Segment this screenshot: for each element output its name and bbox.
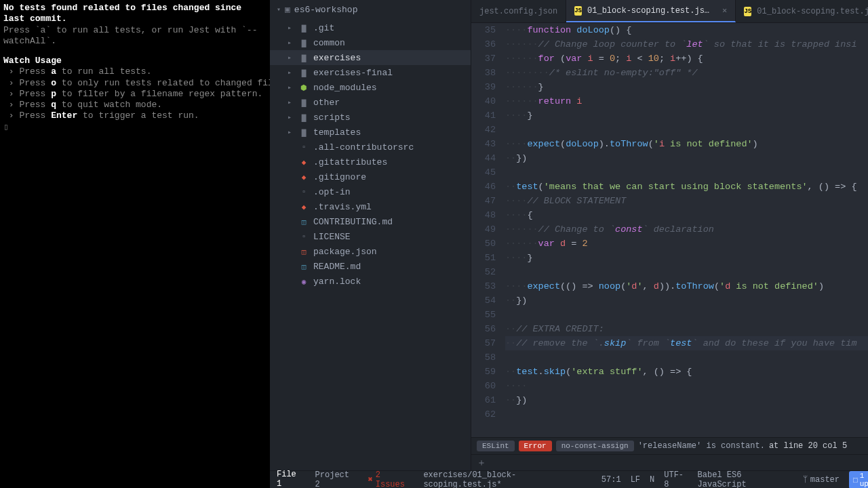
folder-icon: ▇ (298, 22, 309, 33)
editor-tab[interactable]: JS01_block-scoping.test.js — exercises (736, 0, 868, 22)
chevron-right-icon: ▸ (288, 39, 294, 47)
close-icon[interactable]: ✕ (722, 5, 727, 16)
bottom-tab-row[interactable]: ＋ ✕ (471, 454, 868, 470)
code-line[interactable]: ····expect(doLoop).toThrow('i is not def… (505, 137, 868, 151)
tree-file[interactable]: ◉yarn.lock (270, 274, 471, 289)
status-updates[interactable]: ⬚ 1 update (849, 471, 868, 489)
terminal-pane[interactable]: No tests found related to files changed … (0, 0, 270, 488)
tree-item-label: .git (313, 23, 334, 33)
code-line[interactable] (505, 407, 868, 422)
watch-usage-line: › Press q to quit watch mode. (3, 100, 267, 110)
editor-tab[interactable]: jest.config.json (471, 0, 566, 22)
tree-file[interactable]: ▫.all-contributorsrc (270, 140, 471, 155)
code-line[interactable]: ······return i (505, 94, 868, 108)
tree-file[interactable]: ◆.gitattributes (270, 155, 471, 169)
tree-file[interactable]: ◫README.md (270, 259, 471, 274)
status-encoding[interactable]: UTF-8 (664, 470, 688, 489)
code-line[interactable]: ····// BLOCK STATEMENT (505, 194, 868, 208)
yml-icon: ◆ (298, 201, 309, 212)
node-modules-icon: ⬢ (298, 82, 309, 93)
status-project-tab[interactable]: Project 2 (315, 470, 359, 489)
terminal-cursor: ▯ (3, 122, 267, 133)
code-line[interactable]: ····expect(() => noop('d', d)).toThrow('… (505, 279, 868, 293)
status-bar[interactable]: File 1 Project 2 ✖ 2 Issues exercises/01… (270, 470, 868, 488)
code-line[interactable]: ··// remove the `.skip` from `test` and … (505, 336, 868, 350)
status-file-path[interactable]: exercises/01_block-scoping.test.js* (423, 470, 591, 489)
file-icon: ▫ (298, 142, 309, 152)
lint-rule-badge[interactable]: no-const-assign (556, 441, 634, 451)
tree-file[interactable]: ◆.gitignore (270, 169, 471, 184)
line-gutter: 3536373839404142434445464748495051525354… (471, 23, 505, 437)
code-line[interactable]: ··test('means that we can start using bl… (505, 180, 868, 194)
code-line[interactable] (505, 350, 868, 365)
status-grammar[interactable]: Babel ES6 JavaScript (698, 470, 793, 489)
tree-file[interactable]: ▫.opt-in (270, 184, 471, 199)
git-branch-icon: ᛘ (803, 475, 808, 485)
tab-label: 01_block-scoping.test.js — exercises (757, 7, 868, 16)
folder-icon: ▇ (298, 67, 309, 78)
status-file-tab[interactable]: File 1 (277, 470, 306, 489)
code-line[interactable]: ······for (var i = 0; i < 10; i++) { (505, 52, 868, 66)
status-branch[interactable]: ᛘ master (803, 475, 840, 485)
code-line[interactable]: ······// Change to `const` declaration (505, 222, 868, 237)
code-editor[interactable]: 3536373839404142434445464748495051525354… (471, 23, 868, 437)
add-tab-icon[interactable]: ＋ (477, 457, 486, 469)
lint-location: at line 20 col 5 (769, 441, 847, 451)
lint-bar[interactable]: ESLint Error no-const-assign 'releaseNam… (471, 437, 868, 454)
code-line[interactable]: ········/* eslint no-empty:"off" */ (505, 66, 868, 80)
code-line[interactable]: ··// EXTRA CREDIT: (505, 322, 868, 336)
code-line[interactable]: ······} (505, 80, 868, 94)
tree-folder[interactable]: ▸▇common (270, 35, 471, 50)
code-line[interactable]: ··}) (505, 151, 868, 165)
code-line[interactable]: ··}) (505, 293, 868, 308)
file-tree[interactable]: ▸▇.git▸▇common▸▇exercises▸▇exercises-fin… (270, 19, 471, 470)
tree-folder[interactable]: ▸▇scripts (270, 110, 471, 125)
file-tree-sidebar[interactable]: ▾ ▣ es6-workshop ▸▇.git▸▇common▸▇exercis… (270, 0, 471, 470)
code-line[interactable] (505, 308, 868, 322)
code-line[interactable]: ····} (505, 108, 868, 123)
watch-usage-title: Watch Usage (3, 56, 267, 66)
status-cursor-pos[interactable]: 57:1 (601, 475, 621, 485)
code-line[interactable]: ····function doLoop() { (505, 23, 868, 37)
folder-icon: ▇ (298, 97, 309, 108)
editor-tab[interactable]: JS01_block-scoping.test.js — exercis✕ (566, 0, 736, 22)
chevron-right-icon: ▸ (288, 83, 294, 92)
tree-file[interactable]: ▫LICENSE (270, 229, 471, 244)
tree-folder[interactable]: ▸▇.git (270, 20, 471, 35)
tree-item-label: exercises (313, 53, 361, 63)
tree-item-label: .gitattributes (313, 157, 387, 167)
project-header[interactable]: ▾ ▣ es6-workshop (270, 0, 471, 19)
code-content[interactable]: ····function doLoop() {······// Change l… (505, 23, 868, 437)
md-icon: ◫ (298, 261, 309, 272)
lint-tool-badge: ESLint (477, 441, 515, 451)
tree-folder[interactable]: ▸⬢node_modules (270, 80, 471, 95)
tab-bar[interactable]: jest.config.jsonJS01_block-scoping.test.… (471, 0, 868, 23)
package-icon: ⬚ (853, 475, 858, 484)
tree-file[interactable]: ◆.travis.yml (270, 199, 471, 214)
code-line[interactable]: ······// Change loop counter to `let` so… (505, 37, 868, 52)
code-line[interactable]: ····{ (505, 208, 868, 222)
status-line-ending[interactable]: LF (631, 475, 640, 485)
code-line[interactable]: ······var d = 2 (505, 237, 868, 251)
tree-folder[interactable]: ▸▇other (270, 95, 471, 110)
tree-folder[interactable]: ▸▇exercises (270, 50, 471, 65)
tree-file[interactable]: ◫CONTRIBUTING.md (270, 214, 471, 229)
folder-icon: ▇ (298, 37, 309, 48)
tree-item-label: .all-contributorsrc (313, 142, 414, 152)
code-line[interactable]: ···· (505, 379, 868, 393)
status-issues[interactable]: ✖ 2 Issues (368, 470, 414, 489)
git-icon: ◆ (298, 171, 309, 182)
code-line[interactable] (505, 165, 868, 180)
tree-file[interactable]: ◫package.json (270, 244, 471, 259)
code-line[interactable] (505, 265, 868, 279)
status-wrap[interactable]: N (650, 475, 654, 485)
code-line[interactable]: ··}) (505, 393, 868, 407)
md-icon: ◫ (298, 216, 309, 227)
code-line[interactable] (505, 123, 868, 137)
code-line[interactable]: ··test.skip('extra stuff', () => { (505, 365, 868, 379)
editor-main: jest.config.jsonJS01_block-scoping.test.… (471, 0, 868, 470)
code-line[interactable]: ····} (505, 251, 868, 265)
tree-folder[interactable]: ▸▇exercises-final (270, 65, 471, 80)
tree-folder[interactable]: ▸▇templates (270, 125, 471, 140)
tree-item-label: yarn.lock (313, 277, 361, 287)
